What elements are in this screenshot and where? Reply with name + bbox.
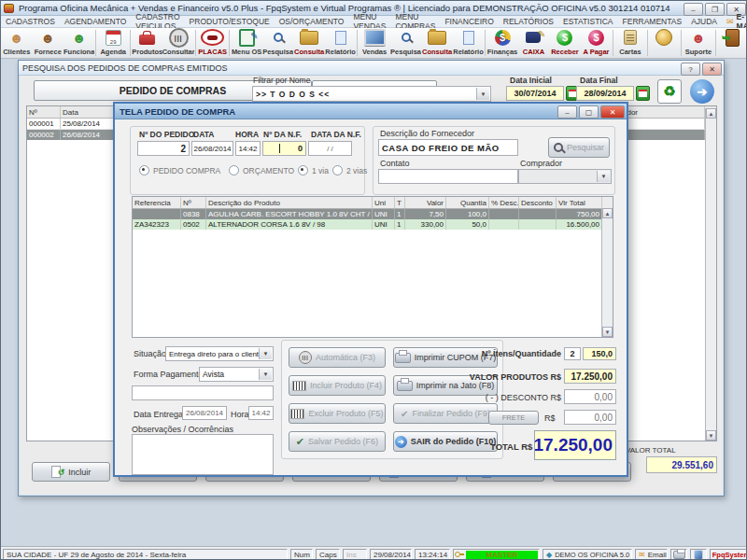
table-scrollbar[interactable]: ▲ ▼	[601, 208, 613, 337]
list-scrollbar[interactable]: ▲ ▼	[705, 108, 716, 441]
hora-entrega-field[interactable]: 14:42	[248, 406, 274, 420]
frete-button[interactable]: FRETE	[488, 411, 539, 425]
date-end-field[interactable]: 28/09/2014	[576, 86, 634, 101]
col-t[interactable]: T	[395, 197, 405, 208]
automatica-button[interactable]: |||Automática (F3)	[289, 347, 386, 368]
toolbar-item-relatorio-vendas[interactable]: Relatório	[453, 28, 484, 59]
close-icon[interactable]: ✕	[702, 63, 722, 76]
status-monitor[interactable]	[690, 549, 707, 560]
fornecedor-field[interactable]: CASA DO FREIO DE MÃO	[378, 139, 518, 156]
col-desconto[interactable]: Desconto	[519, 197, 557, 208]
toolbar-item-a-pagar[interactable]: $A Pagar	[581, 28, 612, 59]
status-printer[interactable]	[670, 549, 687, 560]
toolbar-item-financas[interactable]: $Finanças	[486, 28, 517, 59]
maximize-icon[interactable]: ▢	[579, 105, 599, 119]
toolbar-item-menu-os[interactable]: Menu OS	[231, 28, 261, 59]
desconto-field[interactable]: 0,00	[564, 389, 616, 404]
col-descricao[interactable]: Descrição do Produto	[206, 197, 373, 208]
toolbar-item-placas[interactable]: PLACAS	[197, 28, 228, 59]
scroll-up-icon[interactable]: ▲	[706, 108, 716, 119]
col-data[interactable]: Data	[61, 106, 120, 118]
toolbar-item-moedas[interactable]	[649, 28, 680, 59]
toolbar-item-relatorio-os[interactable]: Relatório	[325, 28, 356, 59]
col-numero[interactable]: Nº	[181, 197, 206, 208]
incluir-button[interactable]: ↺Incluir	[32, 462, 110, 482]
pedido-field[interactable]: 2	[137, 141, 190, 156]
toolbar-item-receber[interactable]: $Receber	[549, 28, 580, 59]
scroll-down-icon[interactable]: ▼	[602, 327, 613, 337]
hora-field[interactable]: 14:42	[235, 141, 261, 156]
close-icon[interactable]: ✕	[600, 105, 625, 119]
status-email[interactable]: ✉Email	[635, 549, 668, 560]
salvar-pedido-button[interactable]: ✔Salvar Pedido (F6)	[289, 431, 386, 452]
radio-pedido-compra[interactable]: PEDIDO COMPRA	[139, 165, 220, 175]
comprador-dropdown[interactable]: ▼	[518, 169, 612, 184]
dialog-titlebar[interactable]: TELA PEDIDO DE COMPRA – ▢ ✕	[115, 104, 627, 119]
help-icon[interactable]: ?	[681, 63, 700, 76]
col-referencia[interactable]: Referencia	[133, 197, 181, 208]
contato-field[interactable]	[378, 169, 518, 184]
toolbar-item-funcionarios[interactable]: ☻Funciona	[63, 28, 94, 59]
col-uni[interactable]: Uni	[373, 197, 395, 208]
finalizar-pedido-button[interactable]: ✔Finalizar Pedido (F9)	[393, 403, 498, 424]
data-field[interactable]: 26/08/2014	[191, 141, 233, 156]
toolbar-item-suporte[interactable]: ☻Suporte	[683, 28, 713, 59]
menu-ferramentas[interactable]: FERRAMENTAS	[618, 17, 687, 26]
situacao-dropdown[interactable]: Entrega direto para o cliente▼	[165, 346, 274, 361]
minimize-icon[interactable]: –	[557, 105, 577, 119]
toolbar-item-consultar[interactable]: |||Consultar	[162, 28, 193, 59]
toolbar-item-pesquisa-os[interactable]: Pesquisa	[262, 28, 293, 59]
toolbar-item-caixa[interactable]: CAIXA	[518, 28, 549, 59]
menu-os-orcamento[interactable]: OS/ORÇAMENTO	[275, 17, 349, 26]
radio-1-via[interactable]: 1 via	[298, 165, 329, 175]
excluir-produto-button[interactable]: Excluir Produto (F5)	[289, 403, 386, 424]
incluir-produto-button[interactable]: Incluir Produto (F4)	[289, 375, 386, 396]
forma-pagamento-dropdown[interactable]: Avista▼	[199, 367, 274, 382]
col-desc-pct[interactable]: % Desc.	[489, 197, 519, 208]
date-start-field[interactable]: 30/07/2014	[506, 86, 564, 101]
radio-orcamento[interactable]: ORÇAMENTO	[229, 165, 294, 175]
sair-pedido-button[interactable]: ➔SAIR do Pedido (F10)	[393, 431, 498, 452]
data-nf-field[interactable]: / /	[308, 141, 352, 156]
toolbar-item-vendas[interactable]: Vendas	[359, 28, 389, 59]
col-quantia[interactable]: Quantia	[446, 197, 489, 208]
menu-ajuda[interactable]: AJUDA	[686, 17, 722, 26]
search-window-titlebar[interactable]: PESQUISA DOS PEDIDOS DE COMPRAS EMITIDOS…	[19, 61, 724, 76]
data-entrega-field[interactable]: 26/08/2014	[182, 406, 227, 420]
col-numero[interactable]: Nº	[27, 106, 61, 118]
table-row[interactable]: ZA342323 0502 ALTERNADOR CORSA 1.6 8V / …	[133, 219, 613, 230]
toolbar-item-clientes[interactable]: ☻Clientes	[1, 28, 32, 59]
frete-field[interactable]: 0,00	[564, 410, 616, 425]
refresh-button[interactable]: ♻	[657, 79, 682, 104]
scroll-up-icon[interactable]: ▲	[602, 208, 613, 218]
nf-field[interactable]: 0	[262, 141, 306, 156]
pagamento-extra-field[interactable]	[132, 385, 274, 400]
pesquisar-button[interactable]: Pesquisar	[548, 137, 610, 158]
col-valor[interactable]: Valor	[405, 197, 446, 208]
col-vlr-total[interactable]: Vlr Total	[557, 197, 602, 208]
toolbar-item-fornecedores[interactable]: ☻Fornece	[32, 28, 63, 59]
calendar-icon[interactable]	[636, 86, 650, 101]
scroll-down-icon[interactable]: ▼	[706, 430, 716, 441]
observacoes-textarea[interactable]	[132, 434, 274, 475]
toolbar-item-pesquisa-vendas[interactable]: Pesquisa	[390, 28, 421, 59]
toolbar-item-agenda[interactable]: 29Agenda	[97, 28, 128, 59]
go-button[interactable]: ➔	[690, 79, 714, 104]
minimize-icon[interactable]: –	[684, 3, 703, 16]
toolbar-item-consulta-vendas[interactable]: Consulta	[421, 28, 452, 59]
table-row-selected[interactable]: 0838 AGULHA CARB. ESCORT HOBBY 1.0 8V CH…	[133, 209, 613, 219]
filter-dropdown[interactable]: >> T O D O S << ▼	[252, 86, 491, 102]
menu-cadastros[interactable]: CADASTROS	[1, 17, 60, 26]
toolbar-separator	[613, 30, 613, 56]
menu-produto-estoque[interactable]: PRODUTO/ESTOQUE	[185, 17, 275, 26]
radio-2-vias[interactable]: 2 vias	[332, 165, 367, 175]
toolbar-item-cartas[interactable]: Cartas	[614, 28, 645, 59]
menu-financeiro[interactable]: FINANCEIRO	[440, 17, 498, 26]
toolbar-item-sair[interactable]: ➥	[717, 28, 747, 59]
menu-estatistica[interactable]: ESTATISTICA	[558, 17, 618, 26]
toolbar-item-produtos[interactable]: Produtos	[132, 28, 162, 59]
toolbar-item-consulta-os[interactable]: Consulta	[293, 28, 324, 59]
menu-agendamento[interactable]: AGENDAMENTO	[60, 17, 131, 26]
col-fragment[interactable]: ador	[621, 106, 705, 118]
menu-relatorios[interactable]: RELATÓRIOS	[499, 17, 558, 26]
